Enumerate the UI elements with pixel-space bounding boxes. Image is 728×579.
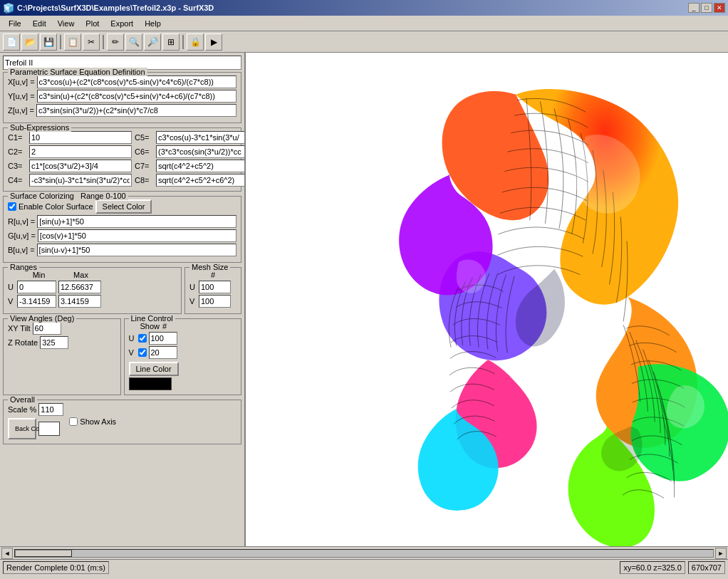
title-bar-left: 🧊 C:\Projects\SurfX3D\Examples\Trefoil2.… [3,3,214,14]
b-label: B[u,v] = [8,246,35,254]
v-min-input[interactable] [17,295,56,308]
toolbar-sep-2 [103,35,104,49]
status-bar: Render Complete 0:01 (m:s) xy=60.0 z=325… [0,559,728,575]
scrollbar-track[interactable] [14,549,714,558]
open-button[interactable]: 📂 [21,33,38,51]
menu-help[interactable]: Help [139,18,167,29]
c6-row: C6= [135,145,246,158]
colorizing-title: Surface Colorizing Range 0-100 [8,192,128,200]
enable-color-checkbox[interactable] [8,202,16,211]
back-color-swatch [38,422,60,436]
render-svg [246,53,728,546]
u-line-count-input[interactable] [149,332,177,345]
menu-export[interactable]: Export [105,18,139,29]
menu-bar: File Edit View Plot Export Help [0,16,728,31]
v-max-input[interactable] [58,295,101,308]
close-button[interactable]: ✕ [714,3,725,13]
line-control-title: Line Control [129,314,175,323]
u-range-row: U [8,281,177,293]
scroll-right-button[interactable]: ► [715,548,727,559]
z-equation-input[interactable] [36,104,236,117]
u-line-label: U [129,334,136,343]
dimensions-display: 670x707 [688,561,725,574]
toolbar-sep-1 [60,35,61,49]
save-button[interactable]: 💾 [40,33,57,51]
scale-input[interactable] [38,403,63,416]
zoom-out-button[interactable]: 🔎 [144,33,161,51]
v-line-count-input[interactable] [149,346,177,359]
app-icon: 🧊 [3,3,14,14]
title-bar-controls[interactable]: _ □ ✕ [688,3,725,13]
menu-plot[interactable]: Plot [80,18,105,29]
c4-label: C4= [8,176,28,184]
zoom-in-button[interactable]: 🔍 [125,33,142,51]
view-line-row: View Angles (Deg) XY Tilt Z Rotate Line … [3,318,241,397]
b-row: B[u,v] = [8,244,236,256]
c7-input[interactable] [156,160,246,172]
b-input[interactable] [37,244,236,256]
render-button[interactable]: ▶ [205,33,222,51]
line-control-group: Line Control Show # U V Line Col [124,318,242,395]
line-color-button[interactable]: Line Color [129,362,179,376]
u-max-input[interactable] [58,281,101,293]
v-show-checkbox[interactable] [138,348,147,357]
copy-button[interactable]: 📋 [64,33,81,51]
overall-title: Overall [8,395,37,404]
xy-tilt-input[interactable] [33,322,61,335]
title-bar: 🧊 C:\Projects\SurfX3D\Examples\Trefoil2.… [0,0,728,16]
main-area: Parametric Surface Equation Definition X… [0,53,728,546]
u-show-checkbox[interactable] [138,334,147,343]
draw-button[interactable]: ✏ [107,33,124,51]
c8-row: C8= [135,174,246,187]
y-equation-row: Y[u,v] = [8,90,236,103]
c1-label: C1= [8,133,28,142]
cut-button[interactable]: ✂ [83,33,100,51]
c2-input[interactable] [29,145,132,158]
z-rotate-label: Z Rotate [8,338,38,347]
horizontal-scrollbar[interactable]: ◄ ► [0,546,728,559]
menu-edit[interactable]: Edit [27,18,52,29]
y-equation-input[interactable] [37,90,236,103]
u-mesh-row: U [189,281,236,293]
u-min-input[interactable] [17,281,56,293]
v-line-row: V [129,346,237,359]
c5-input[interactable] [156,131,246,144]
line-hash-header: # [162,322,167,330]
back-color-button[interactable]: Back Color [8,418,36,439]
show-axis-label: Show Axis [80,417,116,426]
equations-group: Parametric Surface Equation Definition X… [3,72,241,123]
new-button[interactable]: 📄 [3,33,20,51]
v-mesh-input[interactable] [199,295,231,308]
r-input[interactable] [37,215,236,228]
scrollbar-thumb[interactable] [15,550,72,557]
c6-input[interactable] [156,145,246,158]
select-color-button[interactable]: Select Color [95,199,152,214]
menu-file[interactable]: File [3,18,27,29]
maximize-button[interactable]: □ [701,3,712,13]
x-equation-input[interactable] [37,75,236,88]
scale-row: Scale % [8,403,63,416]
show-axis-checkbox[interactable] [69,417,78,426]
z-rotate-input[interactable] [40,336,68,349]
toolbar-sep-3 [182,35,184,49]
v-mesh-row: V [189,295,236,308]
z-equation-row: Z[u,v] = [8,104,236,117]
minimize-button[interactable]: _ [688,3,700,13]
lock-button[interactable]: 🔒 [187,33,204,51]
enable-color-label: Enable Color Surface [19,202,93,211]
ranges-mesh-row: Ranges Min Max U V Me [3,267,241,316]
g-input[interactable] [38,229,236,242]
show-header: Show [140,322,160,330]
c4-input[interactable] [29,174,132,187]
zoom-fit-button[interactable]: ⊞ [162,33,180,51]
c1-input[interactable] [29,131,132,144]
c8-input[interactable] [156,174,246,187]
back-color-row: Back Color [8,418,63,439]
menu-view[interactable]: View [52,18,80,29]
v-range-row: V [8,295,177,308]
max-header: Max [61,271,100,279]
u-mesh-input[interactable] [199,281,231,293]
c3-input[interactable] [29,160,132,172]
c2-row: C2= [8,145,132,158]
scroll-left-button[interactable]: ◄ [1,548,13,559]
